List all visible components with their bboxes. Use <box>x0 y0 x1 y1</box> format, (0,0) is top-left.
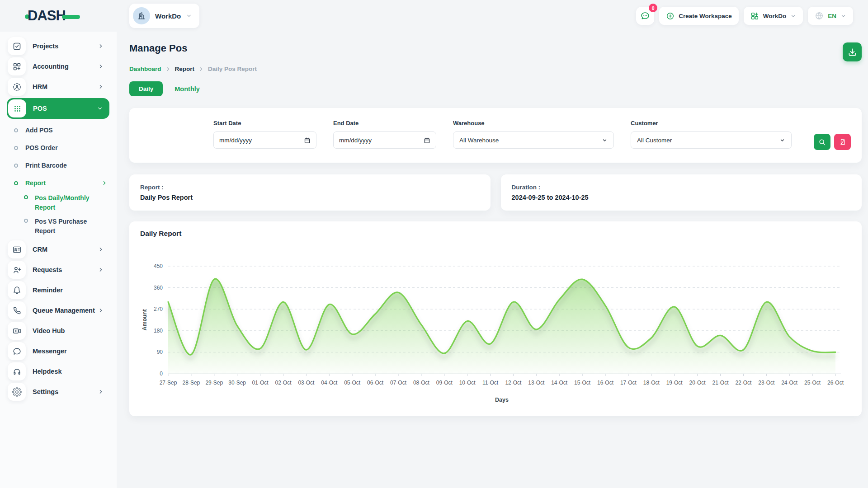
sidebar-subitem-print-barcode[interactable]: Print Barcode <box>7 158 109 173</box>
search-button[interactable] <box>814 134 830 150</box>
y-axis-title: Amount <box>142 309 148 331</box>
sidebar-item-settings[interactable]: Settings <box>7 383 109 401</box>
reset-icon <box>839 138 846 145</box>
x-axis-tick-label: 28-Sep <box>183 380 200 386</box>
start-date-input[interactable]: mm/dd/yyyy <box>213 131 316 149</box>
reset-filter-button[interactable] <box>834 134 851 150</box>
end-date-input[interactable]: mm/dd/yyyy <box>333 131 436 149</box>
start-date-label: Start Date <box>213 120 316 127</box>
sidebar-item-projects[interactable]: Projects <box>7 37 109 55</box>
chevron-down-icon <box>840 13 846 19</box>
sidebar-subitem-report[interactable]: Report <box>7 175 109 191</box>
sidebar-item-queue-management[interactable]: Queue Management <box>7 301 109 319</box>
breadcrumb-report[interactable]: Report <box>175 66 195 72</box>
x-axis-tick-label: 21-Oct <box>712 380 729 386</box>
sidebar-subitem-label: POS Order <box>25 144 58 151</box>
sidebar-item-video-hub[interactable]: Video Hub <box>7 322 109 340</box>
tab-daily[interactable]: Daily <box>129 81 163 96</box>
tab-monthly[interactable]: Monthly <box>175 85 200 93</box>
video-icon <box>8 322 26 340</box>
summary-row: Report : Daily Pos Report Duration : 202… <box>129 174 862 211</box>
pos-icon <box>8 99 26 117</box>
breadcrumb-dashboard-link[interactable]: Dashboard <box>129 66 161 72</box>
sidebar-item-pos[interactable]: POS <box>7 98 109 119</box>
top-header: DASH WorkDo 0 Create Workspace <box>0 0 868 32</box>
x-axis-tick-label: 24-Oct <box>781 380 798 386</box>
sidebar-item-messenger[interactable]: Messenger <box>7 342 109 360</box>
chevron-right-icon <box>198 66 204 72</box>
download-report-button[interactable] <box>843 42 862 61</box>
x-axis-tick-label: 27-Sep <box>160 380 177 386</box>
report-summary-value: Daily Pos Report <box>140 194 480 201</box>
settings-icon <box>8 383 26 401</box>
warehouse-select[interactable]: All Warehouse <box>453 131 614 149</box>
crm-icon <box>8 240 26 258</box>
sidebar-item-helpdesk[interactable]: Helpdesk <box>7 362 109 380</box>
sidebar-item-hrm[interactable]: HRM <box>7 78 109 96</box>
main-content: Manage Pos Dashboard Report Daily Pos Re… <box>117 32 868 488</box>
bullet-icon <box>24 195 28 199</box>
report-summary-card: Report : Daily Pos Report <box>129 174 491 211</box>
x-axis-tick-label: 11-Oct <box>482 380 499 386</box>
chevron-right-icon <box>98 267 104 273</box>
queue-icon <box>8 301 26 319</box>
sidebar-item-label: Reminder <box>33 286 63 294</box>
x-axis-tick-label: 03-Oct <box>298 380 315 386</box>
x-axis-tick-label: 05-Oct <box>344 380 361 386</box>
calendar-icon[interactable] <box>424 137 430 144</box>
sidebar-subitem-add-pos[interactable]: Add POS <box>7 122 109 138</box>
x-axis-tick-label: 04-Oct <box>321 380 338 386</box>
plus-circle-icon <box>666 12 675 20</box>
helpdesk-icon <box>8 362 26 380</box>
sidebar-subitem-pos-vs-purchase-report[interactable]: Pos VS Purchase Report <box>7 217 109 236</box>
bullet-icon <box>24 219 28 223</box>
x-axis-tick-label: 15-Oct <box>574 380 591 386</box>
sidebar-item-reminder[interactable]: Reminder <box>7 281 109 299</box>
sidebar-subitem-label: Report <box>25 179 46 187</box>
x-axis-tick-label: 17-Oct <box>620 380 637 386</box>
y-axis-tick-label: 450 <box>154 263 163 269</box>
globe-icon <box>815 11 824 20</box>
logo-dash-icon <box>62 15 80 19</box>
dash-logo[interactable]: DASH <box>25 8 80 24</box>
workspace-menu-button[interactable]: WorkDo <box>744 7 803 25</box>
sidebar-subitem-label: Pos VS Purchase Report <box>35 217 106 236</box>
sidebar-subitem-label: Add POS <box>25 127 53 134</box>
sidebar-subitem-pos-daily-monthly-report[interactable]: Pos Daily/Monthly Report <box>7 193 109 212</box>
filter-card: Start Date mm/dd/yyyy End Date mm/dd/yyy… <box>129 108 862 163</box>
end-date-value: mm/dd/yyyy <box>339 137 372 144</box>
create-workspace-button[interactable]: Create Workspace <box>659 7 739 25</box>
calendar-icon[interactable] <box>304 137 311 144</box>
customer-select[interactable]: All Customer <box>631 131 792 149</box>
bullet-icon <box>14 164 18 168</box>
report-summary-label: Report : <box>140 184 480 191</box>
breadcrumb: Dashboard Report Daily Pos Report <box>129 66 862 72</box>
app-root: DASH WorkDo 0 Create Workspace <box>0 0 868 488</box>
x-axis-tick-label: 01-Oct <box>252 380 269 386</box>
sidebar-subitem-pos-order[interactable]: POS Order <box>7 140 109 155</box>
chevron-down-icon <box>97 105 103 112</box>
reminder-icon <box>8 281 26 299</box>
workspace-selector[interactable]: WorkDo <box>129 4 199 28</box>
report-tabs: Daily Monthly <box>129 81 862 96</box>
breadcrumb-current: Daily Pos Report <box>208 66 257 72</box>
sidebar-item-requests[interactable]: Requests <box>7 261 109 279</box>
x-axis-tick-label: 18-Oct <box>643 380 660 386</box>
sidebar-item-label: Settings <box>33 388 58 395</box>
daily-report-chart: 09018027036045027-Sep28-Sep29-Sep30-Sep0… <box>139 260 852 405</box>
messages-button[interactable]: 0 <box>636 7 654 25</box>
sidebar-item-label: Video Hub <box>33 327 65 334</box>
x-axis-tick-label: 23-Oct <box>758 380 775 386</box>
start-date-field: Start Date mm/dd/yyyy <box>213 120 316 149</box>
search-icon <box>818 138 826 146</box>
area-series <box>168 279 835 374</box>
sidebar-item-accounting[interactable]: Accounting <box>7 57 109 75</box>
language-code: EN <box>828 13 836 19</box>
duration-summary-label: Duration : <box>512 184 851 191</box>
sidebar-item-crm[interactable]: CRM <box>7 240 109 258</box>
x-axis-tick-label: 08-Oct <box>413 380 430 386</box>
chart-body: 09018027036045027-Sep28-Sep29-Sep30-Sep0… <box>129 246 862 416</box>
warehouse-value: All Warehouse <box>459 137 499 144</box>
x-axis-tick-label: 26-Oct <box>827 380 844 386</box>
language-selector[interactable]: EN <box>808 7 853 25</box>
